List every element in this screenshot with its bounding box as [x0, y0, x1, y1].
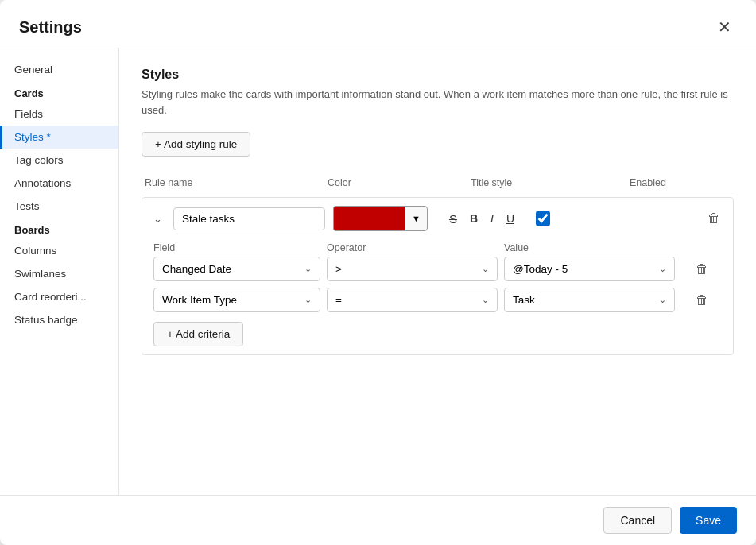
- col-header-enabled: Enabled: [626, 176, 706, 190]
- value-select-1-text: @Today - 5: [513, 263, 659, 275]
- sidebar-item-annotations[interactable]: Annotations: [0, 172, 118, 195]
- col-header-title-style: Title style: [467, 176, 626, 190]
- delete-rule-button[interactable]: 🗑: [703, 208, 725, 229]
- add-styling-rule-button[interactable]: + Add styling rule: [142, 132, 250, 157]
- sidebar-item-tag-colors[interactable]: Tag colors: [0, 149, 118, 172]
- criteria-row-1: Changed Date ⌄ > ⌄ @Today - 5 ⌄ 🗑: [150, 257, 725, 281]
- title-style-group: S B I U: [444, 209, 520, 229]
- value-select-2-arrow: ⌄: [659, 295, 666, 305]
- sidebar-item-styles[interactable]: Styles *: [0, 126, 118, 149]
- italic-style-button[interactable]: I: [485, 209, 499, 228]
- sidebar-item-tests[interactable]: Tests: [0, 195, 118, 218]
- col-header-rule-name: Rule name: [142, 176, 324, 190]
- sidebar-section-cards: Cards: [0, 81, 118, 102]
- table-header-row: Rule name Color Title style Enabled: [142, 171, 734, 195]
- color-picker-group: ▼: [333, 206, 428, 231]
- save-button[interactable]: Save: [680, 507, 737, 534]
- field-select-2-arrow: ⌄: [304, 295, 312, 305]
- settings-dialog: Settings ✕ General Cards Fields Styles *…: [0, 0, 756, 545]
- delete-criteria-1-button[interactable]: 🗑: [691, 259, 713, 280]
- sidebar-item-general[interactable]: General: [0, 58, 118, 81]
- dialog-body: General Cards Fields Styles * Tag colors…: [0, 48, 756, 495]
- dialog-title: Settings: [19, 18, 82, 37]
- rule-name-input[interactable]: [173, 207, 325, 230]
- enabled-checkbox[interactable]: [536, 211, 550, 226]
- dialog-header: Settings ✕: [0, 0, 756, 48]
- delete-criteria-2-button[interactable]: 🗑: [691, 290, 713, 311]
- criteria-col-delete: [681, 242, 713, 253]
- criteria-col-field: Field: [153, 242, 320, 253]
- operator-select-1[interactable]: > ⌄: [327, 257, 498, 281]
- sidebar: General Cards Fields Styles * Tag colors…: [0, 48, 119, 495]
- close-button[interactable]: ✕: [711, 14, 737, 40]
- sidebar-item-fields[interactable]: Fields: [0, 102, 118, 126]
- operator-select-2-arrow: ⌄: [482, 295, 489, 305]
- value-select-1[interactable]: @Today - 5 ⌄: [504, 257, 675, 281]
- operator-select-2[interactable]: = ⌄: [327, 288, 498, 312]
- value-select-2[interactable]: Task ⌄: [504, 288, 675, 312]
- operator-select-1-arrow: ⌄: [482, 264, 489, 274]
- sidebar-item-columns[interactable]: Columns: [0, 239, 118, 262]
- operator-select-2-text: =: [335, 294, 482, 306]
- strikethrough-style-button[interactable]: S: [444, 209, 463, 229]
- color-dropdown-button[interactable]: ▼: [405, 206, 428, 231]
- operator-select-1-text: >: [335, 263, 482, 275]
- criteria-col-value: Value: [504, 242, 675, 253]
- rule-row: ⌄ ▼ S B I U 🗑: [142, 197, 734, 355]
- expand-rule-button[interactable]: ⌄: [150, 211, 165, 226]
- value-select-1-arrow: ⌄: [659, 264, 666, 274]
- field-select-1-arrow: ⌄: [304, 264, 312, 274]
- criteria-row-2: Work Item Type ⌄ = ⌄ Task ⌄ 🗑: [150, 288, 725, 312]
- dialog-footer: Cancel Save: [0, 495, 756, 545]
- bold-style-button[interactable]: B: [464, 209, 483, 228]
- section-desc: Styling rules make the cards with import…: [142, 87, 734, 118]
- add-criteria-button[interactable]: + Add criteria: [153, 322, 243, 346]
- col-header-color: Color: [324, 176, 467, 190]
- sidebar-section-boards: Boards: [0, 218, 118, 239]
- field-select-2-text: Work Item Type: [162, 294, 304, 306]
- rule-main-row: ⌄ ▼ S B I U 🗑: [150, 206, 725, 231]
- cancel-button[interactable]: Cancel: [603, 507, 672, 534]
- criteria-col-operator: Operator: [327, 242, 498, 253]
- field-select-1-text: Changed Date: [162, 263, 304, 275]
- value-select-2-text: Task: [513, 294, 659, 306]
- color-swatch[interactable]: [333, 206, 405, 231]
- criteria-header: Field Operator Value: [150, 239, 725, 257]
- field-select-2[interactable]: Work Item Type ⌄: [153, 288, 320, 312]
- section-title: Styles: [142, 68, 734, 82]
- underline-style-button[interactable]: U: [501, 209, 520, 228]
- field-select-1[interactable]: Changed Date ⌄: [153, 257, 320, 281]
- main-content: Styles Styling rules make the cards with…: [119, 48, 756, 495]
- col-header-actions: [706, 176, 738, 190]
- sidebar-item-status-badge[interactable]: Status badge: [0, 308, 118, 331]
- sidebar-item-card-reordering[interactable]: Card reorderi...: [0, 285, 118, 308]
- sidebar-item-swimlanes[interactable]: Swimlanes: [0, 262, 118, 285]
